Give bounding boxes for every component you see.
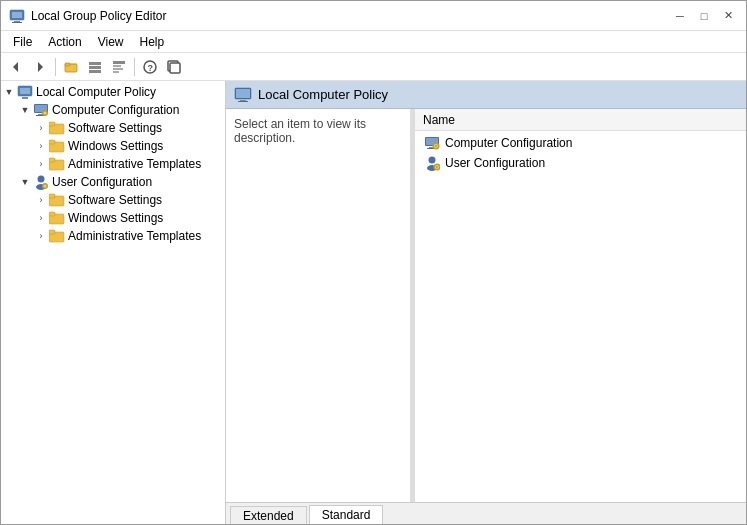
- title-bar: Local Group Policy Editor ─ □ ✕: [1, 1, 746, 31]
- svg-rect-42: [49, 212, 55, 216]
- maximize-button[interactable]: □: [694, 7, 714, 25]
- svg-point-35: [38, 176, 45, 183]
- folder-icon-windows-cc: [49, 138, 65, 154]
- list-item-user-icon: [423, 154, 441, 172]
- tree-row-user-config[interactable]: ▼ User Configuration: [1, 173, 225, 191]
- tree-node-root: ▼ Local Computer Policy: [1, 83, 225, 245]
- toolbar-separator-1: [55, 58, 56, 76]
- svg-rect-1: [12, 12, 22, 18]
- menu-help[interactable]: Help: [132, 33, 173, 51]
- expander-windows-uc[interactable]: ›: [33, 210, 49, 226]
- title-bar-left: Local Group Policy Editor: [9, 8, 166, 24]
- main-window: Local Group Policy Editor ─ □ ✕ File Act…: [0, 0, 747, 525]
- folder-button[interactable]: [60, 56, 82, 78]
- tree-row-local-computer-policy[interactable]: ▼ Local Computer Policy: [1, 83, 225, 101]
- description-panel: Select an item to view its description.: [226, 109, 411, 502]
- tree-node-user-config: ▼ User Configuration: [1, 173, 225, 245]
- list-item-computer-config[interactable]: Computer Configuration: [415, 133, 746, 153]
- expander-software-uc[interactable]: ›: [33, 192, 49, 208]
- list-item-user-config[interactable]: User Configuration: [415, 153, 746, 173]
- tab-standard[interactable]: Standard: [309, 505, 384, 524]
- expander-admin-cc[interactable]: ›: [33, 156, 49, 172]
- tree-label-user-config: User Configuration: [52, 175, 152, 189]
- tree-label-computer-config: Computer Configuration: [52, 103, 179, 117]
- details-button[interactable]: [108, 56, 130, 78]
- tree-panel: ▼ Local Computer Policy: [1, 81, 226, 524]
- tree-row-admin-templates-uc[interactable]: › Administrative Templates: [1, 227, 225, 245]
- svg-rect-21: [20, 88, 30, 94]
- forward-button[interactable]: [29, 56, 51, 78]
- svg-point-55: [435, 145, 437, 147]
- list-button[interactable]: [84, 56, 106, 78]
- tree-root: ▼ Local Computer Policy: [1, 83, 225, 245]
- svg-rect-40: [49, 194, 55, 198]
- svg-point-38: [44, 185, 47, 188]
- app-icon: [9, 8, 25, 24]
- policy-icon: [17, 84, 33, 100]
- list-items: Computer Configuration: [415, 131, 746, 175]
- svg-rect-44: [49, 230, 55, 234]
- right-panel: Local Computer Policy Select an item to …: [226, 81, 746, 524]
- user-config-icon: [33, 174, 49, 190]
- svg-rect-34: [49, 158, 55, 162]
- folder-icon-software-uc: [49, 192, 65, 208]
- menu-view[interactable]: View: [90, 33, 132, 51]
- tree-label-windows-cc: Windows Settings: [68, 139, 163, 153]
- tab-extended[interactable]: Extended: [230, 506, 307, 524]
- main-content: ▼ Local Computer Policy: [1, 81, 746, 524]
- list-item-label-computer-config: Computer Configuration: [445, 136, 572, 150]
- toolbar-separator-2: [134, 58, 135, 76]
- tree-label-admin-uc: Administrative Templates: [68, 229, 201, 243]
- svg-rect-15: [113, 71, 119, 73]
- svg-rect-11: [89, 70, 101, 73]
- svg-rect-7: [65, 63, 70, 66]
- computer-config-icon: [33, 102, 49, 118]
- list-item-computer-icon: [423, 134, 441, 152]
- tree-row-admin-templates-cc[interactable]: › Administrative Templates: [1, 155, 225, 173]
- menu-file[interactable]: File: [5, 33, 40, 51]
- tree-row-software-settings-uc[interactable]: › Software Settings: [1, 191, 225, 209]
- svg-rect-9: [89, 62, 101, 65]
- right-header-icon: [234, 86, 252, 104]
- svg-rect-46: [236, 89, 250, 98]
- close-button[interactable]: ✕: [718, 7, 738, 25]
- expander-admin-uc[interactable]: ›: [33, 228, 49, 244]
- tree-row-computer-config[interactable]: ▼: [1, 101, 225, 119]
- tree-label-software-cc: Software Settings: [68, 121, 162, 135]
- new-window-button[interactable]: [163, 56, 185, 78]
- folder-icon-admin-uc: [49, 228, 65, 244]
- svg-text:?: ?: [148, 63, 154, 73]
- svg-rect-14: [113, 68, 123, 70]
- svg-rect-10: [89, 66, 101, 69]
- expander-root[interactable]: ▼: [1, 84, 17, 100]
- help-toolbar-button[interactable]: ?: [139, 56, 161, 78]
- svg-marker-4: [13, 62, 18, 72]
- right-panel-header: Local Computer Policy: [226, 81, 746, 109]
- tree-row-windows-settings-uc[interactable]: › Windows Settings: [1, 209, 225, 227]
- svg-rect-13: [113, 65, 121, 67]
- expander-user-config[interactable]: ▼: [17, 174, 33, 190]
- minimize-button[interactable]: ─: [670, 7, 690, 25]
- tree-node-computer-config: ▼: [1, 101, 225, 173]
- back-button[interactable]: [5, 56, 27, 78]
- svg-rect-32: [49, 140, 55, 144]
- tree-label-software-uc: Software Settings: [68, 193, 162, 207]
- svg-rect-48: [238, 101, 248, 102]
- tree-row-software-settings-cc[interactable]: › Software Settings: [1, 119, 225, 137]
- svg-rect-22: [22, 97, 28, 99]
- menu-action[interactable]: Action: [40, 33, 89, 51]
- window-title: Local Group Policy Editor: [31, 9, 166, 23]
- expander-windows-cc[interactable]: ›: [33, 138, 49, 154]
- description-text: Select an item to view its description.: [234, 117, 366, 145]
- right-header-title: Local Computer Policy: [258, 87, 388, 102]
- expander-software-cc[interactable]: ›: [33, 120, 49, 136]
- svg-point-60: [436, 166, 438, 168]
- list-panel: Name: [415, 109, 746, 502]
- tree-label-windows-uc: Windows Settings: [68, 211, 163, 225]
- toolbar: ?: [1, 53, 746, 81]
- folder-icon-software-cc: [49, 120, 65, 136]
- svg-rect-19: [170, 63, 180, 73]
- list-item-label-user-config: User Configuration: [445, 156, 545, 170]
- tree-row-windows-settings-cc[interactable]: › Windows Settings: [1, 137, 225, 155]
- expander-computer-config[interactable]: ▼: [17, 102, 33, 118]
